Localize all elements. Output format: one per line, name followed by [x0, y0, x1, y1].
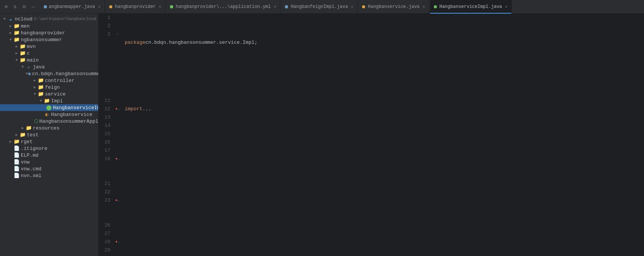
editor-gutter: › ●⌄ ●⌄ ●⌄ ●⌄ ⌄	[113, 14, 122, 256]
sidebar-item-package[interactable]: ▼ ◉ cn.bdqn.hangbansonsummer	[0, 70, 98, 77]
fold-icon[interactable]: ›	[116, 30, 119, 39]
project-icon: ☁	[8, 16, 14, 22]
settings-icon[interactable]: ⚙	[21, 4, 27, 10]
file-icon: 📄	[14, 145, 20, 151]
sidebar-project-root[interactable]: ▼ ☁ ncloud D:\workspace\hangbancloud	[0, 15, 98, 23]
sidebar-item-hangbansonsummer[interactable]: ▼ 📁 ngbansonsummer	[0, 36, 98, 43]
tab-close-icon[interactable]: ✕	[98, 4, 101, 9]
sidebar-item-label: ELP.md	[21, 153, 39, 158]
tab-label: HangbanserviceImpl.java	[440, 4, 502, 9]
sidebar-item-controller[interactable]: ▶ 📁 controller	[0, 77, 98, 84]
tab-close-icon[interactable]: ✕	[274, 4, 277, 9]
expand-icon: ▼	[8, 37, 14, 43]
sidebar-item-label: cn.bdqn.hangbansonsummer	[32, 71, 98, 77]
tab-label: angbanmapper.java	[49, 4, 95, 9]
sidebar-item-rget[interactable]: ▶ 📁 rget	[0, 138, 98, 145]
folder-icon: 📁	[14, 139, 20, 145]
split-icon[interactable]: ⇅	[12, 4, 18, 10]
folder-icon: 📁	[38, 91, 44, 97]
code-line: import ...	[125, 105, 641, 113]
spring-app-icon: ⬡	[34, 118, 38, 124]
tab-angbanmapper[interactable]: angbanmapper.java ✕	[40, 0, 105, 14]
expand-icon: ▶	[14, 50, 20, 56]
fold-icon[interactable]: ⌄	[118, 155, 120, 163]
tab-label: HangbanfeignImpl.java	[291, 4, 348, 9]
code-line	[125, 138, 641, 147]
editor-area[interactable]: 1 2 3 4 5 6 7 8 9 10 11 12 13 14 15 16 1…	[98, 14, 644, 256]
java-folder-icon: ☕	[26, 64, 32, 70]
folder-icon: 📁	[38, 77, 44, 83]
expand-icon: ▶	[14, 43, 20, 49]
sidebar[interactable]: ▼ ☁ ncloud D:\workspace\hangbancloud ▶ 📁…	[0, 14, 98, 256]
folder-icon: 📁	[14, 23, 20, 29]
fold-icon[interactable]: ⌄	[116, 254, 119, 256]
sidebar-item-gitignore[interactable]: ▶ 📄 .itignore	[0, 145, 98, 152]
expand-icon: ▼	[14, 57, 20, 63]
sidebar-item-mvn[interactable]: ▶ 📁 mvn	[0, 43, 98, 50]
tab-close-icon[interactable]: ✕	[423, 4, 425, 9]
folder-icon: 📁	[20, 50, 26, 56]
folder-icon: 📁	[20, 57, 26, 63]
folder-icon: 📁	[38, 84, 44, 90]
sidebar-item-feign[interactable]: ▶ 📁 feign	[0, 84, 98, 91]
sidebar-item-application[interactable]: ▶ ⬡ HangbansonsummerApplication	[0, 118, 98, 125]
fold-icon[interactable]: ⌄	[118, 196, 120, 205]
tab-hangbanprovider[interactable]: hangbanprovider ✕	[105, 0, 166, 14]
sidebar-item-label: vnw.cmd	[21, 166, 42, 172]
expand-icon: ▼	[20, 64, 26, 70]
tab-bar: ⊕ ⇅ ⚙ — angbanmapper.java ✕ hangbanprovi…	[0, 0, 644, 14]
add-tab-icon[interactable]: ⊕	[3, 4, 9, 10]
code-editor[interactable]: package cn.bdqn.hangbansonsummer.service…	[122, 14, 644, 256]
sidebar-item-mvnw-cmd[interactable]: ▶ 📄 vnw.cmd	[0, 165, 98, 172]
sidebar-item-hangbanservice-file[interactable]: ▶ ◐ Hangbanservice	[0, 111, 98, 118]
tab-hangbanfeignimpl[interactable]: HangbanfeignImpl.java ✕	[281, 0, 358, 14]
sidebar-item-elp[interactable]: ▶ 📄 ELP.md	[0, 152, 98, 159]
tab-close-icon[interactable]: ✕	[159, 4, 161, 9]
package-icon: ◉	[28, 71, 31, 77]
sidebar-item-service[interactable]: ▼ 📁 service	[0, 91, 98, 97]
expand-icon: ▶	[8, 139, 14, 145]
fold-icon[interactable]: ⌄	[118, 238, 120, 246]
file-icon: 📄	[14, 152, 20, 158]
sidebar-item-resources[interactable]: ▶ 📁 resources	[0, 125, 98, 131]
interface-icon: ◐	[44, 111, 50, 117]
tab-application-yml[interactable]: hangbanprovider\...\application.yml ✕	[166, 0, 281, 14]
fold-icon[interactable]: ⌄	[118, 105, 120, 113]
sidebar-item-impl[interactable]: ▼ 📁 Impl	[0, 97, 98, 104]
sidebar-item-label: main	[27, 57, 39, 63]
expand-icon: ▶	[32, 84, 38, 90]
tab-close-icon[interactable]: ✕	[351, 4, 354, 9]
tab-close-icon[interactable]: ✕	[505, 4, 508, 9]
folder-icon: 📁	[14, 30, 20, 36]
minimize-icon[interactable]: —	[30, 4, 36, 10]
sidebar-item-label: rget	[21, 139, 33, 145]
sidebar-item-mvnw[interactable]: ▶ 📄 vnw	[0, 159, 98, 165]
expand-icon: ▼	[38, 98, 44, 104]
folder-icon: 📁	[20, 132, 26, 138]
code-line	[125, 238, 641, 246]
sidebar-item-main[interactable]: ▼ 📁 main	[0, 57, 98, 63]
sidebar-item-label: java	[33, 64, 45, 70]
sidebar-item-men[interactable]: ▶ 📁 men	[0, 23, 98, 29]
tab-hangbanserviceimpl[interactable]: HangbanserviceImpl.java ✕	[430, 0, 512, 14]
sidebar-item-hangbanserviceimpl[interactable]: ▶ ⬤ HangbanserviceImpl	[0, 104, 98, 111]
sidebar-item-nvn-xml[interactable]: ▶ 📄 nvn.xml	[0, 172, 98, 179]
tab-interface-icon	[362, 5, 365, 8]
sidebar-item-label: service	[45, 91, 66, 97]
sidebar-item-java[interactable]: ▼ ☕ java	[0, 63, 98, 70]
sidebar-item-label: HangbanserviceImpl	[53, 105, 98, 111]
sidebar-item-label: c	[27, 51, 30, 56]
tab-label: Hangbanservice.java	[368, 4, 420, 9]
code-line	[125, 72, 641, 80]
sidebar-item-label: hangbanprovider	[21, 30, 65, 36]
code-line	[125, 188, 641, 196]
tab-yml-icon	[170, 5, 173, 8]
sidebar-item-hangbanprovider[interactable]: ▶ 📁 hangbanprovider	[0, 29, 98, 36]
tab-hangbanservice[interactable]: Hangbanservice.java ✕	[358, 0, 429, 14]
sidebar-item-c[interactable]: ▶ 📁 c	[0, 50, 98, 57]
sidebar-item-test[interactable]: ▶ 📁 test	[0, 131, 98, 138]
expand-icon: ▶	[14, 132, 20, 138]
tab-bar-icons: ⊕ ⇅ ⚙ —	[3, 4, 36, 10]
project-arrow-icon: ▼	[2, 16, 8, 22]
file-icon: 📄	[14, 159, 20, 165]
